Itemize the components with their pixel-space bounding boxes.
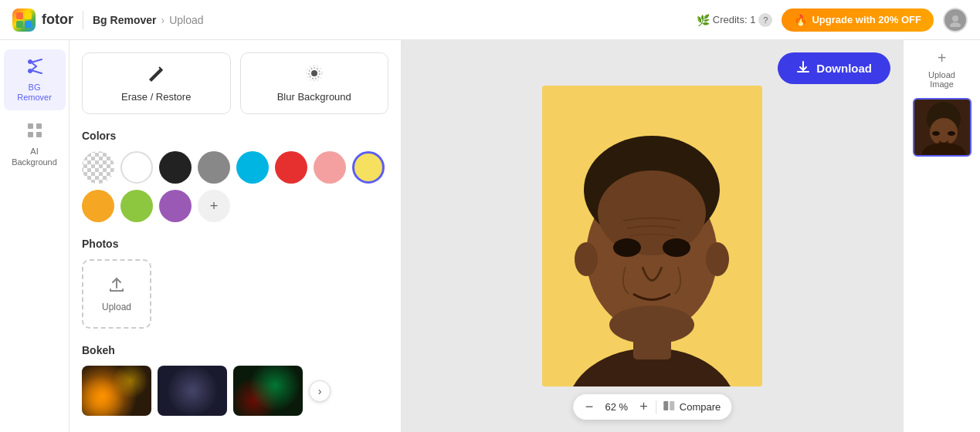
photos-section: Photos Upload (82, 238, 388, 329)
upgrade-button[interactable]: 🔥 Upgrade with 20% OFF (782, 8, 934, 32)
bokeh-next-button[interactable]: › (309, 380, 331, 402)
compare-icon (663, 400, 675, 414)
color-black[interactable] (159, 151, 192, 184)
svg-rect-0 (16, 12, 23, 19)
logo-area: fotor (12, 8, 73, 32)
svg-rect-1 (25, 12, 32, 19)
sidebar-ai-bg-label: AI Background (12, 147, 57, 167)
scissors-icon (25, 57, 44, 79)
svg-point-25 (575, 242, 598, 276)
color-gray[interactable] (198, 151, 230, 184)
color-pink[interactable] (314, 151, 346, 184)
svg-rect-3 (25, 21, 32, 28)
svg-rect-2 (16, 21, 23, 28)
bokeh-thumb-2[interactable] (158, 366, 227, 416)
upload-image-plus-icon: + (938, 49, 947, 67)
color-lime[interactable] (120, 190, 153, 222)
photos-upload-box[interactable]: Upload (82, 259, 151, 329)
svg-point-14 (311, 70, 317, 76)
canvas-area: Download (402, 40, 903, 432)
color-purple[interactable] (159, 190, 192, 222)
color-white[interactable] (120, 151, 153, 184)
bokeh-thumb-1[interactable] (82, 366, 151, 416)
tool-name: Bg Remover (93, 14, 156, 26)
logo-text: fotor (42, 12, 73, 28)
color-orange[interactable] (82, 190, 114, 222)
svg-point-5 (950, 22, 961, 27)
color-transparent[interactable] (82, 151, 114, 184)
svg-point-23 (613, 238, 641, 257)
svg-point-24 (663, 238, 690, 257)
svg-point-26 (706, 242, 729, 276)
svg-point-22 (598, 170, 706, 255)
photos-title: Photos (82, 238, 388, 250)
main-area: BG Remover AI Background (0, 40, 980, 432)
svg-point-27 (609, 305, 694, 344)
color-plus[interactable]: + (198, 190, 230, 222)
download-button[interactable]: Download (778, 52, 890, 84)
header-right: 🌿 Credits: 1 ? 🔥 Upgrade with 20% OFF (697, 8, 968, 32)
ai-background-icon (25, 121, 44, 143)
svg-rect-28 (663, 401, 668, 410)
image-thumbnail[interactable] (913, 98, 972, 157)
panel: Erase / Restore Blur Background Colors (70, 40, 402, 432)
sidebar-item-ai-background[interactable]: AI Background (4, 113, 66, 174)
right-sidebar: + Upload Image (903, 40, 980, 432)
fotor-logo-icon[interactable] (12, 8, 36, 32)
upgrade-label: Upgrade with 20% OFF (812, 14, 921, 25)
zoom-in-button[interactable]: + (638, 399, 649, 415)
svg-rect-12 (28, 132, 33, 137)
breadcrumb-upload: Upload (169, 14, 203, 26)
svg-rect-29 (670, 401, 674, 410)
credits-label: Credits: 1 (713, 14, 756, 25)
colors-title: Colors (82, 130, 388, 142)
upload-label: Upload (102, 302, 131, 312)
svg-rect-13 (36, 132, 42, 137)
portrait-svg (542, 86, 762, 386)
fire-icon: 🔥 (794, 14, 807, 26)
tool-tabs: Erase / Restore Blur Background (82, 52, 388, 114)
help-icon[interactable]: ? (758, 13, 772, 27)
brush-icon (147, 64, 165, 86)
blur-background-label: Blur Background (277, 91, 351, 103)
zoom-controls: − 62 % + Compare (573, 394, 732, 420)
bokeh-section: Bokeh › (82, 344, 388, 416)
upload-arrow-icon (107, 275, 126, 299)
compare-label: Compare (680, 401, 721, 413)
image-background (542, 86, 762, 386)
color-red[interactable] (275, 151, 307, 184)
compare-button[interactable]: Compare (663, 400, 721, 414)
user-avatar[interactable] (943, 8, 968, 32)
svg-line-9 (32, 66, 36, 69)
bokeh-title: Bokeh (82, 344, 388, 356)
zoom-out-button[interactable]: − (584, 399, 595, 415)
svg-line-7 (32, 71, 42, 74)
tab-blur-background[interactable]: Blur Background (240, 52, 389, 114)
upload-image-label: Upload Image (928, 70, 955, 89)
breadcrumb-separator: › (161, 14, 164, 26)
header-divider (83, 11, 83, 29)
svg-point-34 (948, 131, 955, 136)
color-cyan[interactable] (236, 151, 269, 184)
bokeh-thumb-3[interactable] (233, 366, 303, 416)
credits-leaf-icon: 🌿 (697, 14, 710, 26)
blur-icon (305, 64, 324, 86)
credits-area: 🌿 Credits: 1 ? (697, 13, 773, 27)
colors-grid: + (82, 151, 388, 222)
zoom-divider (656, 400, 656, 414)
erase-restore-label: Erase / Restore (121, 91, 191, 103)
thumbnail-image (914, 100, 970, 155)
svg-point-33 (932, 131, 940, 136)
image-container (542, 86, 762, 386)
tab-erase-restore[interactable]: Erase / Restore (82, 52, 231, 114)
download-icon (796, 60, 810, 76)
color-yellow[interactable] (352, 151, 385, 184)
svg-rect-11 (36, 123, 42, 129)
sidebar-item-bg-remover[interactable]: BG Remover (4, 49, 66, 110)
upload-image-box[interactable]: + Upload Image (913, 49, 972, 89)
chevron-right-icon: › (318, 385, 322, 397)
breadcrumb: Bg Remover › Upload (93, 14, 204, 26)
svg-line-6 (32, 59, 42, 62)
sidebar-bg-remover-label: BG Remover (17, 83, 52, 103)
left-sidebar: BG Remover AI Background (0, 40, 70, 432)
